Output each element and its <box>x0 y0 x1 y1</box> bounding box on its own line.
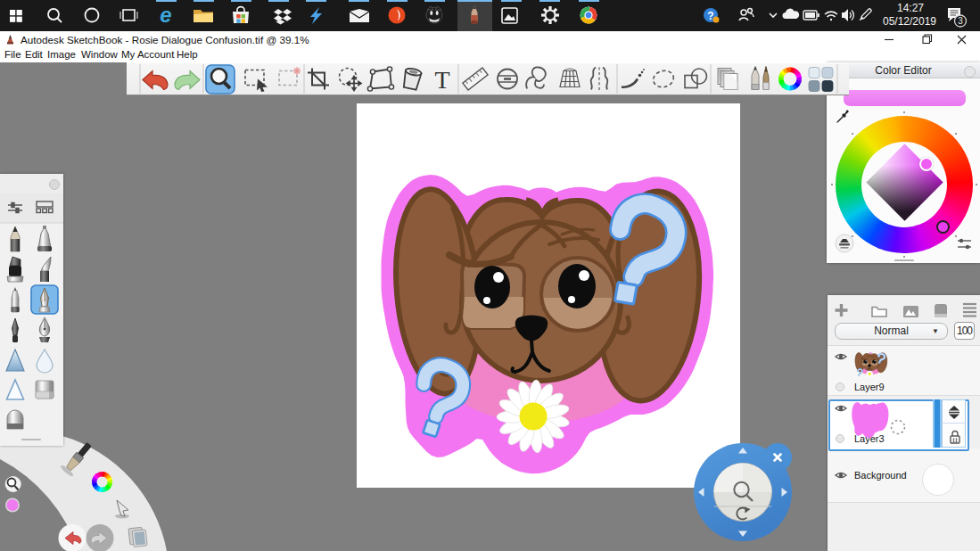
svg-text:3: 3 <box>958 16 963 26</box>
svg-text:14:27: 14:27 <box>897 2 924 14</box>
svg-text:e: e <box>160 3 171 27</box>
svg-text:05/12/2019: 05/12/2019 <box>883 15 936 28</box>
svg-text:T: T <box>434 66 449 94</box>
